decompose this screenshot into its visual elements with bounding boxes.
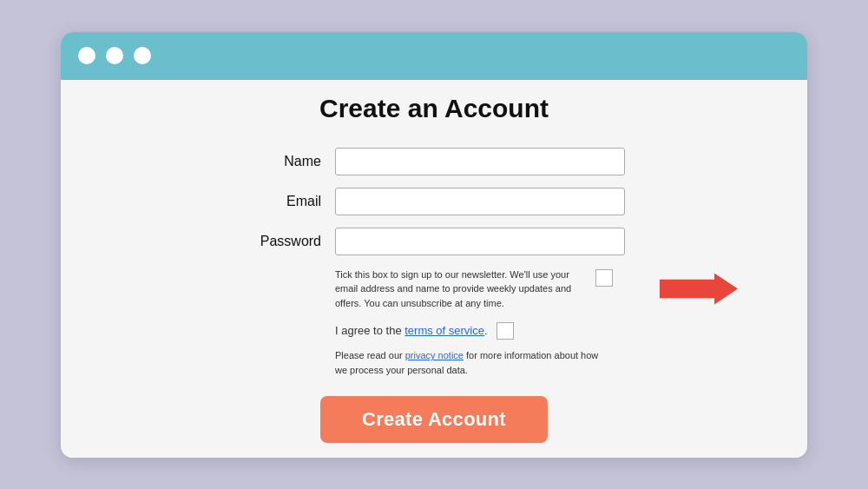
password-label: Password bbox=[243, 234, 321, 249]
traffic-light-1 bbox=[78, 47, 95, 64]
name-row: Name bbox=[243, 148, 625, 175]
terms-checkbox[interactable] bbox=[496, 322, 514, 340]
traffic-light-3 bbox=[134, 47, 151, 64]
terms-row: I agree to the terms of service. bbox=[335, 320, 625, 340]
form-container: Create an Account Name Email Password Ti… bbox=[208, 68, 660, 458]
terms-prefix: I agree to the terms of service. bbox=[335, 324, 488, 337]
privacy-link[interactable]: privacy notice bbox=[405, 350, 464, 360]
terms-link[interactable]: terms of service bbox=[404, 324, 484, 337]
traffic-light-2 bbox=[106, 47, 123, 64]
email-label: Email bbox=[243, 194, 321, 209]
browser-content: Create an Account Name Email Password Ti… bbox=[61, 80, 807, 458]
newsletter-section: Tick this box to sign up to our newslett… bbox=[335, 268, 625, 378]
browser-window: Create an Account Name Email Password Ti… bbox=[61, 32, 807, 458]
newsletter-checkbox[interactable] bbox=[595, 269, 613, 287]
email-row: Email bbox=[243, 188, 625, 215]
password-row: Password bbox=[243, 228, 625, 255]
privacy-text: Please read our privacy notice for more … bbox=[335, 348, 613, 377]
newsletter-row: Tick this box to sign up to our newslett… bbox=[335, 268, 625, 311]
name-label: Name bbox=[243, 154, 321, 169]
email-input[interactable] bbox=[335, 188, 625, 215]
arrow-indicator bbox=[660, 274, 738, 305]
form-heading: Create an Account bbox=[243, 94, 625, 123]
password-input[interactable] bbox=[335, 228, 625, 255]
create-account-button[interactable]: Create Account bbox=[320, 396, 548, 443]
name-input[interactable] bbox=[335, 148, 625, 175]
newsletter-text: Tick this box to sign up to our newslett… bbox=[335, 268, 587, 311]
